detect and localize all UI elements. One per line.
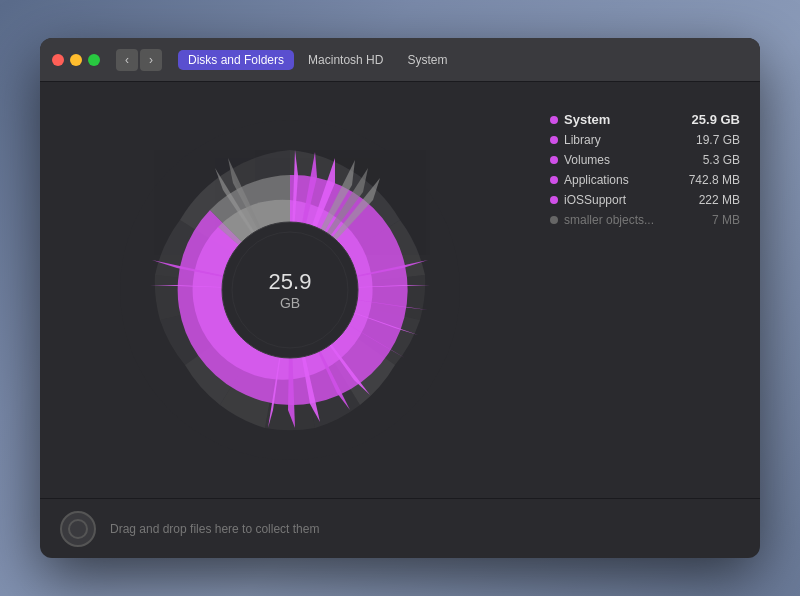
breadcrumb-system[interactable]: System — [397, 50, 457, 70]
legend-name-applications: Applications — [564, 173, 629, 187]
legend-dot-applications — [550, 176, 558, 184]
titlebar: ‹ › Disks and Folders Macintosh HD Syste… — [40, 38, 760, 82]
legend-dot-library — [550, 136, 558, 144]
drop-circle-inner — [68, 519, 88, 539]
legend-name-volumes: Volumes — [564, 153, 610, 167]
close-button[interactable] — [52, 54, 64, 66]
legend-item-iossupport[interactable]: iOSSupport 222 MB — [550, 193, 740, 207]
drop-zone-text: Drag and drop files here to collect them — [110, 522, 319, 536]
chart-area: 25.9 GB — [40, 82, 540, 498]
legend-item-applications[interactable]: Applications 742.8 MB — [550, 173, 740, 187]
legend-dot-volumes — [550, 156, 558, 164]
legend-dot-system — [550, 116, 558, 124]
legend-size-applications: 742.8 MB — [689, 173, 740, 187]
legend-item-volumes[interactable]: Volumes 5.3 GB — [550, 153, 740, 167]
legend-area: System 25.9 GB Library 19.7 GB Volumes 5… — [540, 82, 760, 498]
svg-point-1 — [222, 222, 358, 358]
legend-dot-iossupport — [550, 196, 558, 204]
traffic-lights — [52, 54, 100, 66]
legend-size-iossupport: 222 MB — [699, 193, 740, 207]
legend-name-system: System — [564, 112, 610, 127]
forward-button[interactable]: › — [140, 49, 162, 71]
back-button[interactable]: ‹ — [116, 49, 138, 71]
legend-size-system: 25.9 GB — [692, 112, 740, 127]
legend-item-smaller-objects[interactable]: smaller objects... 7 MB — [550, 213, 740, 227]
maximize-button[interactable] — [88, 54, 100, 66]
legend-item-system[interactable]: System 25.9 GB — [550, 112, 740, 127]
main-content: 25.9 GB System 25.9 GB Library — [40, 82, 760, 498]
main-window: ‹ › Disks and Folders Macintosh HD Syste… — [40, 38, 760, 558]
legend-size-library: 19.7 GB — [696, 133, 740, 147]
legend-size-smaller-objects: 7 MB — [712, 213, 740, 227]
legend-item-library[interactable]: Library 19.7 GB — [550, 133, 740, 147]
nav-arrows: ‹ › — [116, 49, 162, 71]
breadcrumb-macintosh-hd[interactable]: Macintosh HD — [298, 50, 393, 70]
minimize-button[interactable] — [70, 54, 82, 66]
breadcrumb-disks-and-folders[interactable]: Disks and Folders — [178, 50, 294, 70]
legend-name-smaller-objects: smaller objects... — [564, 213, 654, 227]
breadcrumbs: Disks and Folders Macintosh HD System — [178, 50, 457, 70]
drop-zone[interactable]: Drag and drop files here to collect them — [40, 498, 760, 558]
sunburst-chart[interactable]: 25.9 GB — [120, 120, 460, 460]
legend-name-iossupport: iOSSupport — [564, 193, 626, 207]
legend-size-volumes: 5.3 GB — [703, 153, 740, 167]
drop-circle-icon — [60, 511, 96, 547]
legend-name-library: Library — [564, 133, 601, 147]
legend-dot-smaller-objects — [550, 216, 558, 224]
